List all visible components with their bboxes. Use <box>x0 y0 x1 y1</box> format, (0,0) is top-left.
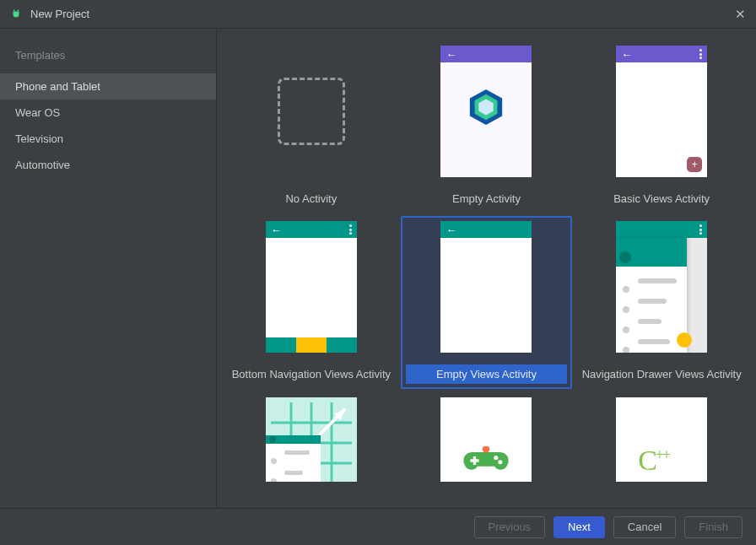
template-no-activity[interactable]: No Activity <box>225 40 397 213</box>
template-native-cpp[interactable]: C++ Native C++ <box>575 392 748 487</box>
kebab-icon <box>349 224 352 235</box>
next-button[interactable]: Next <box>554 516 605 538</box>
template-game-activity-cpp[interactable]: Game Activity (C++) <box>401 392 573 487</box>
template-label: No Activity <box>285 189 337 208</box>
back-arrow-icon: ← <box>621 49 632 60</box>
template-thumbnail: ← + <box>616 46 707 177</box>
appbar-icon: ← <box>616 46 707 62</box>
svg-point-17 <box>483 446 489 453</box>
appbar-icon <box>616 221 707 238</box>
compose-logo-icon <box>467 88 505 127</box>
window-title: New Project <box>30 8 89 20</box>
dashed-placeholder-icon <box>278 78 345 145</box>
template-label: Empty Activity <box>452 189 521 208</box>
sidebar-item-television[interactable]: Television <box>0 126 216 152</box>
sidebar-item-wear-os[interactable]: Wear OS <box>0 100 216 126</box>
template-gallery: No Activity ← <box>217 29 756 508</box>
svg-rect-14 <box>471 459 479 461</box>
finish-button: Finish <box>684 516 742 538</box>
game-controller-icon <box>463 446 509 475</box>
appbar-icon: ← <box>440 46 532 62</box>
sidebar-item-label: Phone and Tablet <box>15 80 100 93</box>
cancel-button[interactable]: Cancel <box>613 516 676 538</box>
button-label: Finish <box>699 521 728 533</box>
wizard-footer: Previous Next Cancel Finish <box>0 508 756 545</box>
svg-point-0 <box>14 9 15 11</box>
kebab-icon <box>699 224 702 235</box>
template-thumbnail <box>616 221 707 353</box>
template-basic-views-activity[interactable]: ← + Basic Views Activity <box>575 40 748 213</box>
back-arrow-icon: ← <box>446 49 456 60</box>
sidebar-item-automotive[interactable]: Automotive <box>0 152 216 178</box>
template-navigation-drawer-views-activity[interactable]: Navigation Drawer Views Activity <box>575 216 748 389</box>
template-thumbnail <box>266 397 357 482</box>
sidebar-item-phone-and-tablet[interactable]: Phone and Tablet <box>0 73 216 100</box>
template-thumbnail: ← <box>266 221 357 353</box>
back-arrow-icon: ← <box>271 224 282 235</box>
svg-point-15 <box>494 456 499 460</box>
drawer-panel-icon <box>616 238 687 353</box>
svg-point-1 <box>17 9 19 11</box>
sidebar-item-label: Television <box>15 132 63 145</box>
template-thumbnail <box>266 46 357 177</box>
back-arrow-icon: ← <box>446 224 456 235</box>
appbar-icon: ← <box>266 221 357 238</box>
appbar-icon: ← <box>440 221 532 238</box>
fab-icon: + <box>687 157 702 172</box>
avatar-icon <box>619 251 631 263</box>
cpp-logo-icon: C++ <box>638 445 669 477</box>
template-label: Empty Views Activity <box>406 364 568 384</box>
template-label: Bottom Navigation Views Activity <box>232 364 391 383</box>
sidebar-header: Templates <box>0 42 216 73</box>
template-label: Basic Views Activity <box>613 189 710 208</box>
title-bar: New Project ✕ <box>0 0 756 29</box>
template-thumbnail: C++ <box>616 397 707 482</box>
template-thumbnail: ← <box>440 221 532 353</box>
sidebar-item-label: Wear OS <box>15 106 60 119</box>
button-label: Cancel <box>628 521 662 533</box>
close-icon[interactable]: ✕ <box>735 7 746 22</box>
bottom-nav-icon <box>266 337 357 353</box>
previous-button: Previous <box>474 516 546 538</box>
template-empty-activity[interactable]: ← Empty Activity <box>401 40 573 213</box>
android-studio-icon <box>10 8 22 20</box>
svg-point-16 <box>499 460 503 464</box>
template-thumbnail <box>440 397 532 482</box>
template-label: Navigation Drawer Views Activity <box>582 364 742 383</box>
template-bottom-navigation-views-activity[interactable]: ← Bottom Navigation Views Activity <box>225 216 397 389</box>
template-thumbnail: ← <box>440 46 532 177</box>
template-category-sidebar: Templates Phone and Tablet Wear OS Telev… <box>0 29 217 508</box>
button-label: Next <box>568 521 591 533</box>
template-google-maps-views-activity[interactable]: Google Maps Views Activity <box>225 392 397 487</box>
sidebar-item-label: Automotive <box>15 159 70 171</box>
kebab-icon <box>699 49 702 59</box>
template-empty-views-activity[interactable]: ← Empty Views Activity <box>401 216 573 389</box>
button-label: Previous <box>489 521 532 533</box>
new-project-dialog: New Project ✕ Templates Phone and Tablet… <box>0 0 756 545</box>
